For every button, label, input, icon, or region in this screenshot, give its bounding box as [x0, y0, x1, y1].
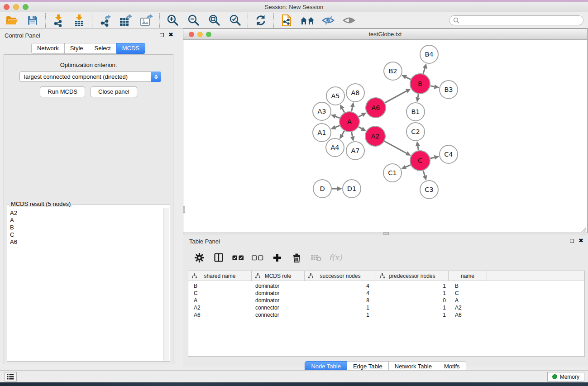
table-cell[interactable]: A [188, 297, 252, 304]
duplicate-network-icon[interactable] [279, 13, 294, 28]
show-panels-eye-icon[interactable] [342, 13, 356, 28]
tab-style[interactable]: Style [64, 43, 89, 54]
table-cell[interactable]: 1 [376, 290, 449, 296]
gear-icon[interactable] [193, 252, 205, 263]
zoom-selected-icon[interactable] [228, 13, 242, 28]
task-history-button[interactable] [5, 372, 17, 381]
toolbar-search-field[interactable] [449, 15, 583, 25]
mcds-result-list[interactable]: A2ABCA6 [8, 208, 163, 361]
close-panel-button[interactable]: Close panel [91, 86, 137, 97]
edge-B-B2[interactable] [406, 77, 411, 80]
optimization-criterion-dropdown[interactable]: largest connected component (directed) [19, 71, 161, 82]
tab-select[interactable]: Select [89, 43, 117, 54]
table-cell[interactable]: 0 [376, 297, 449, 304]
network-canvas[interactable]: B4B2BB3A8A5A6B1A3AC2A1A2A4A7C4CC1C3DD1 [183, 40, 587, 233]
network-window-titlebar[interactable]: testGlobe.txt [183, 29, 587, 40]
table-row[interactable]: A2connector11A2 [188, 304, 584, 311]
result-item[interactable]: C [8, 231, 163, 238]
tab-mcds[interactable]: MCDS [116, 43, 145, 54]
import-network-icon[interactable] [51, 13, 66, 28]
edge-A-A7[interactable] [352, 132, 353, 137]
result-scrollbar[interactable] [163, 208, 169, 361]
edge-A-A8[interactable] [352, 107, 353, 111]
table-cell[interactable]: dominator [252, 283, 305, 289]
edge-A2-C[interactable] [384, 141, 406, 153]
deselect-all-icon[interactable] [252, 252, 263, 263]
run-mcds-button[interactable]: Run MCDS [40, 86, 85, 97]
table-cell[interactable]: connector [252, 305, 305, 311]
refresh-icon[interactable] [253, 13, 268, 28]
tab-network[interactable]: Network [31, 43, 65, 54]
float-panel-icon[interactable] [160, 33, 164, 37]
table-cell[interactable]: A2 [188, 305, 252, 311]
edge-B-B4[interactable] [423, 68, 425, 74]
edge-C-C4[interactable] [430, 157, 434, 158]
resize-grip-icon[interactable] [581, 226, 587, 232]
open-session-icon[interactable] [5, 13, 19, 28]
table-row[interactable]: Cdominator41C [188, 290, 584, 297]
float-panel-icon[interactable] [570, 239, 574, 243]
function-builder-icon[interactable]: f(x) [330, 252, 341, 263]
table-cell[interactable]: 4 [305, 290, 376, 296]
home-network-icon[interactable] [300, 13, 315, 28]
result-item[interactable]: A6 [8, 238, 163, 246]
column-header-MCDS-role[interactable]: MCDS role [252, 271, 305, 281]
table-cell[interactable]: 1 [376, 312, 449, 318]
export-image-icon[interactable] [139, 13, 154, 28]
table-cell[interactable]: B [449, 283, 487, 289]
window-edge-grip[interactable] [183, 206, 185, 213]
result-item[interactable]: A [8, 217, 163, 224]
table-cell[interactable]: 1 [305, 305, 376, 311]
table-cell[interactable]: dominator [252, 290, 305, 296]
column-header-name[interactable]: name [449, 271, 487, 281]
close-panel-icon[interactable]: ✖ [578, 238, 583, 243]
table-cell[interactable]: A [449, 297, 487, 304]
memory-button[interactable]: Memory [547, 372, 584, 381]
edge-A-A4[interactable] [342, 131, 344, 135]
edge-B-B1[interactable] [418, 94, 418, 98]
export-network-icon[interactable] [98, 13, 112, 28]
table-row[interactable]: A6connector11A6 [188, 311, 584, 319]
table-cell[interactable]: 1 [376, 305, 449, 311]
result-item[interactable]: B [8, 224, 163, 231]
table-cell[interactable]: 1 [376, 283, 449, 289]
edge-A-A3[interactable] [335, 116, 340, 118]
zoom-in-icon[interactable] [165, 13, 180, 28]
columns-icon[interactable] [213, 252, 225, 263]
result-item[interactable]: A2 [8, 210, 163, 217]
hide-panels-eye-icon[interactable] [321, 13, 335, 28]
delete-table-icon[interactable] [310, 252, 322, 263]
table-cell[interactable]: 4 [305, 283, 376, 289]
table-cell[interactable]: B [188, 283, 252, 289]
edge-C-C1[interactable] [406, 165, 411, 167]
export-table-icon[interactable] [119, 13, 133, 28]
table-row[interactable]: Adominator80A [188, 297, 584, 304]
edge-A-A1[interactable] [335, 125, 340, 127]
zoom-fit-icon[interactable] [207, 13, 221, 28]
table-cell[interactable]: C [449, 290, 487, 296]
table-cell[interactable]: 8 [305, 297, 376, 304]
import-table-icon[interactable] [72, 13, 86, 28]
select-all-icon[interactable] [232, 252, 244, 263]
table-cell[interactable]: dominator [252, 297, 305, 304]
column-header-shared-name[interactable]: shared name [188, 271, 252, 281]
column-header-predecessor-nodes[interactable]: predecessor nodes [376, 271, 449, 281]
edge-A6-B[interactable] [385, 91, 406, 103]
search-input[interactable] [462, 17, 579, 24]
table-header-row[interactable]: shared nameMCDS rolesuccessor nodesprede… [188, 271, 584, 281]
table-cell[interactable]: A2 [449, 305, 487, 311]
table-cell[interactable]: A6 [188, 312, 252, 318]
save-session-icon[interactable] [25, 13, 40, 28]
table-cell[interactable]: 1 [305, 312, 376, 318]
network-graph[interactable]: B4B2BB3A8A5A6B1A3AC2A1A2A4A7C4CC1C3DD1 [183, 40, 587, 233]
edge-A-A2[interactable] [359, 127, 362, 129]
edge-B-B3[interactable] [430, 86, 435, 87]
table-row[interactable]: Bdominator41B [188, 282, 584, 290]
delete-column-icon[interactable] [291, 252, 302, 263]
edge-C-C3[interactable] [423, 171, 425, 176]
zoom-out-icon[interactable] [186, 13, 201, 28]
add-column-icon[interactable] [271, 252, 283, 263]
edge-C-C2[interactable] [418, 146, 419, 151]
table-cell[interactable]: C [188, 290, 252, 296]
column-header-successor-nodes[interactable]: successor nodes [305, 271, 376, 281]
